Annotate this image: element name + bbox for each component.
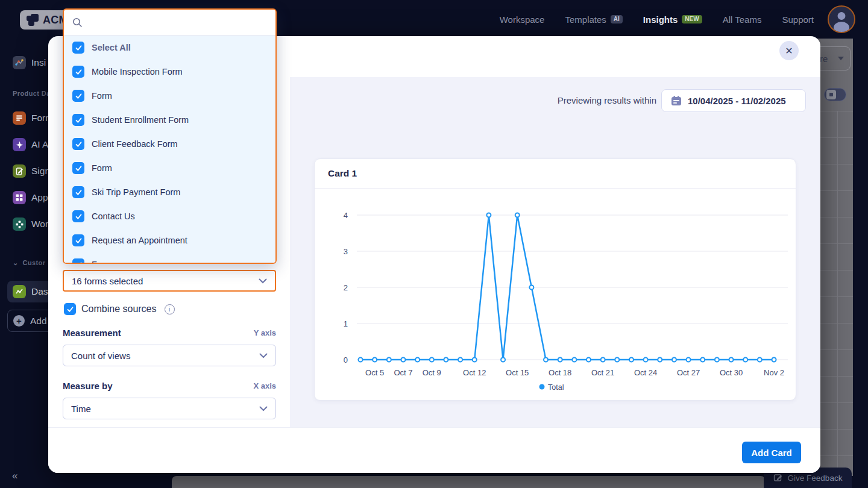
sidebar-collapse-button[interactable]: « bbox=[12, 470, 17, 482]
data-point bbox=[743, 358, 747, 362]
data-point bbox=[772, 358, 776, 362]
svg-text:Oct 9: Oct 9 bbox=[423, 368, 441, 377]
measurement-select[interactable]: Count of views bbox=[63, 345, 276, 366]
checkbox-checked[interactable] bbox=[72, 186, 84, 198]
data-point bbox=[601, 358, 605, 362]
avatar-person-icon bbox=[838, 12, 846, 20]
data-point bbox=[544, 358, 548, 362]
user-avatar[interactable] bbox=[828, 5, 855, 33]
ai-badge: AI bbox=[611, 15, 623, 23]
data-point bbox=[515, 213, 520, 217]
chevron-down-icon bbox=[259, 278, 267, 284]
data-point bbox=[615, 358, 619, 362]
forms-search-row bbox=[64, 10, 275, 36]
svg-text:Oct 12: Oct 12 bbox=[463, 368, 486, 377]
data-point bbox=[700, 358, 705, 362]
form-option[interactable]: Contact Us bbox=[64, 204, 275, 228]
form-option[interactable]: Student Enrollment Form bbox=[64, 108, 275, 132]
data-point bbox=[758, 358, 762, 362]
x-axis-tag: X axis bbox=[253, 381, 276, 390]
forms-search-input[interactable] bbox=[89, 17, 267, 28]
forms-dropdown-popover: Select AllMobile Inspection FormFormStud… bbox=[63, 8, 277, 264]
checkbox-checked[interactable] bbox=[72, 210, 84, 222]
option-select-all[interactable]: Select All bbox=[64, 36, 275, 60]
chart-card: Card 1 01234Oct 5Oct 7Oct 9Oct 12Oct 15O… bbox=[314, 158, 796, 401]
nav-item-support[interactable]: Support bbox=[782, 14, 814, 25]
nav-item-insights[interactable]: InsightsNEW bbox=[643, 14, 702, 25]
nav-item-all-teams[interactable]: All Teams bbox=[723, 14, 762, 25]
form-option[interactable]: Form bbox=[64, 156, 275, 180]
data-point bbox=[486, 213, 491, 217]
data-point bbox=[501, 358, 505, 362]
add-card-button[interactable]: Add Card bbox=[742, 442, 801, 463]
checkbox-checked[interactable] bbox=[72, 42, 84, 54]
screen: ACME WorkspaceTemplatesAIInsightsNEWAll … bbox=[0, 0, 868, 488]
date-range-value: 10/04/2025 - 11/02/2025 bbox=[688, 96, 786, 106]
forms-option-list: Select AllMobile Inspection FormFormStud… bbox=[64, 36, 275, 263]
plus-icon: + bbox=[13, 315, 25, 327]
svg-text:Oct 21: Oct 21 bbox=[591, 368, 614, 377]
close-icon[interactable]: ✕ bbox=[779, 41, 799, 60]
info-icon[interactable]: i bbox=[165, 304, 175, 314]
sidebar-item-insights[interactable]: Insi bbox=[13, 56, 46, 69]
chevron-down-icon[interactable]: ⌄ bbox=[13, 259, 19, 266]
checkbox-checked[interactable] bbox=[72, 258, 84, 263]
sidebar-item-sign[interactable]: Sign bbox=[13, 164, 50, 178]
sidebar-section-product-data: Product Da bbox=[13, 90, 51, 97]
sidebar-item-forms[interactable]: Form bbox=[13, 111, 53, 125]
measurement-label: Measurement bbox=[63, 328, 121, 338]
data-point bbox=[373, 358, 377, 362]
data-point bbox=[359, 358, 363, 362]
background-toggle bbox=[824, 88, 846, 101]
data-point bbox=[715, 358, 719, 362]
form-option[interactable]: Client Feedback Form bbox=[64, 132, 275, 156]
legend-label: Total bbox=[548, 383, 564, 392]
combine-sources-checkbox-row[interactable]: Combine sources i bbox=[64, 303, 175, 315]
data-point bbox=[387, 358, 391, 362]
data-point bbox=[430, 358, 434, 362]
svg-text:Oct 7: Oct 7 bbox=[394, 368, 412, 377]
form-option[interactable]: Form bbox=[64, 252, 275, 263]
checkbox-checked[interactable] bbox=[72, 66, 84, 78]
preview-range-label: Previewing results within bbox=[290, 89, 656, 112]
measure-by-select[interactable]: Time bbox=[63, 398, 276, 419]
preview-area: Previewing results within 10/04/2025 - 1… bbox=[290, 77, 820, 427]
form-option[interactable]: Ski Trip Payment Form bbox=[64, 180, 275, 204]
checkbox-checked[interactable] bbox=[72, 138, 84, 150]
data-point bbox=[473, 358, 477, 362]
checkbox-checked[interactable] bbox=[64, 303, 76, 315]
data-point bbox=[672, 358, 676, 362]
data-point bbox=[644, 358, 648, 362]
date-range-picker[interactable]: 10/04/2025 - 11/02/2025 bbox=[661, 89, 806, 112]
form-option[interactable]: Form bbox=[64, 84, 275, 108]
nav-item-templates[interactable]: TemplatesAI bbox=[565, 14, 622, 25]
svg-text:Nov 2: Nov 2 bbox=[764, 368, 784, 377]
svg-text:2: 2 bbox=[344, 283, 348, 292]
new-badge: NEW bbox=[682, 15, 702, 23]
sidebar-item-ai-agents[interactable]: AI A bbox=[13, 138, 48, 151]
svg-text:Oct 27: Oct 27 bbox=[677, 368, 700, 377]
checkbox-checked[interactable] bbox=[72, 90, 84, 102]
feedback-icon bbox=[773, 473, 783, 483]
search-icon bbox=[72, 17, 83, 28]
workflows-icon bbox=[13, 217, 26, 231]
forms-source-select[interactable]: 16 forms selected bbox=[63, 270, 276, 292]
sidebar-item-workflows[interactable]: Wor bbox=[13, 217, 48, 231]
form-option[interactable]: Mobile Inspection Form bbox=[64, 60, 275, 84]
form-option[interactable]: Request an Appointment bbox=[64, 228, 275, 252]
checkbox-checked[interactable] bbox=[72, 162, 84, 174]
data-point bbox=[458, 358, 462, 362]
svg-text:Oct 18: Oct 18 bbox=[549, 368, 571, 377]
sidebar-section-custom: ⌄ Custor bbox=[13, 259, 45, 267]
sidebar-item-apps[interactable]: App bbox=[13, 191, 48, 204]
svg-text:Oct 24: Oct 24 bbox=[634, 368, 657, 377]
svg-text:1: 1 bbox=[344, 319, 348, 328]
caret-down-icon bbox=[838, 57, 844, 60]
checkbox-checked[interactable] bbox=[72, 234, 84, 246]
legend-dot bbox=[539, 384, 545, 390]
nav-item-workspace[interactable]: Workspace bbox=[500, 14, 545, 25]
line-chart: 01234Oct 5Oct 7Oct 9Oct 12Oct 15Oct 18Oc… bbox=[315, 188, 796, 400]
svg-text:3: 3 bbox=[344, 247, 348, 256]
checkbox-checked[interactable] bbox=[72, 114, 84, 126]
dimmed-table-rows bbox=[820, 111, 853, 476]
